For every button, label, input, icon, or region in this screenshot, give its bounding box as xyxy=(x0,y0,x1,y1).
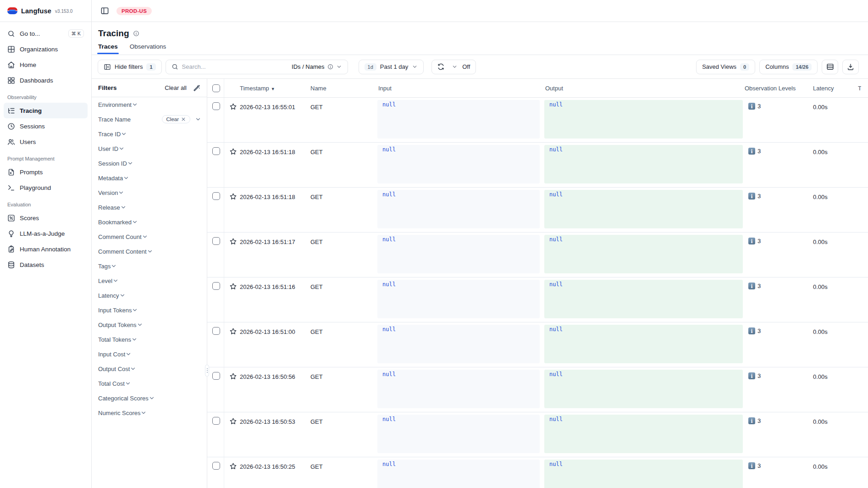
row-checkbox[interactable] xyxy=(212,462,220,470)
filter-row[interactable]: Trace Name Clear xyxy=(92,112,207,127)
column-header-name[interactable]: Name xyxy=(310,85,326,92)
bookmark-star-icon[interactable] xyxy=(229,238,237,245)
row-checkbox[interactable] xyxy=(212,237,220,245)
sidebar-item-playground[interactable]: Playground xyxy=(4,180,88,195)
column-header-input[interactable]: Input xyxy=(378,85,392,92)
sidebar-item-dashboards[interactable]: Dashboards xyxy=(4,72,88,88)
filter-row[interactable]: Comment Count xyxy=(92,229,207,244)
input-cell[interactable]: null xyxy=(377,460,540,488)
row-checkbox[interactable] xyxy=(212,192,220,200)
filter-row[interactable]: Latency xyxy=(92,288,207,303)
input-cell[interactable]: null xyxy=(377,370,540,408)
filter-row[interactable]: Input Tokens xyxy=(92,303,207,317)
row-checkbox[interactable] xyxy=(212,327,220,335)
tab-observations[interactable]: Observations xyxy=(130,43,166,54)
bookmark-star-icon[interactable] xyxy=(229,148,237,155)
filter-row[interactable]: Bookmarked xyxy=(92,215,207,229)
sidebar-item-llm-as-a-judge[interactable]: LLM-as-a-Judge xyxy=(4,226,88,241)
bookmark-star-icon[interactable] xyxy=(229,462,237,470)
hide-filters-button[interactable]: Hide filters 1 xyxy=(98,60,162,74)
column-header-latency[interactable]: Latency xyxy=(813,85,834,92)
sidebar-item-human-annotation[interactable]: Human Annotation xyxy=(4,241,88,257)
bookmark-star-icon[interactable] xyxy=(229,417,237,425)
wand-sparkles-icon[interactable] xyxy=(193,84,200,92)
refresh-icon[interactable] xyxy=(437,63,444,70)
input-cell[interactable]: null xyxy=(377,415,540,453)
sidebar-item-users[interactable]: Users xyxy=(4,134,88,150)
table-row[interactable]: 2026-02-13 16:50:25 GET null null i 3 0.… xyxy=(207,457,868,488)
filter-row[interactable]: Release xyxy=(92,200,207,215)
output-cell[interactable]: null xyxy=(544,100,743,139)
column-header-observation-levels[interactable]: Observation Levels xyxy=(745,85,796,92)
refresh-group[interactable]: Off xyxy=(431,60,476,74)
filter-row[interactable]: Categorical Scores xyxy=(92,391,207,405)
table-row[interactable]: 2026-02-13 16:50:53 GET null null i 3 0.… xyxy=(207,412,868,457)
input-cell[interactable]: null xyxy=(377,190,540,228)
sidebar-toggle-icon[interactable] xyxy=(98,5,111,17)
table-row[interactable]: 2026-02-13 16:51:16 GET null null i 3 0.… xyxy=(207,277,868,322)
row-checkbox[interactable] xyxy=(212,147,220,155)
output-cell[interactable]: null xyxy=(544,280,743,318)
row-checkbox[interactable] xyxy=(212,282,220,290)
input-cell[interactable]: null xyxy=(377,325,540,363)
saved-views-button[interactable]: Saved Views 0 xyxy=(696,60,755,74)
output-cell[interactable]: null xyxy=(544,235,743,273)
column-header-timestamp[interactable]: Timestamp▼ xyxy=(240,85,275,92)
sidebar-item-organizations[interactable]: Organizations xyxy=(4,41,88,57)
filter-row[interactable]: Output Cost xyxy=(92,361,207,376)
bookmark-star-icon[interactable] xyxy=(229,372,237,380)
input-cell[interactable]: null xyxy=(377,280,540,318)
output-cell[interactable]: null xyxy=(544,460,743,488)
export-button[interactable] xyxy=(842,60,859,74)
search-input[interactable]: Search... IDs / Names xyxy=(166,60,348,74)
filter-row[interactable]: Comment Content xyxy=(92,244,207,259)
bookmark-star-icon[interactable] xyxy=(229,283,237,290)
bookmark-star-icon[interactable] xyxy=(229,193,237,200)
table-row[interactable]: 2026-02-13 16:51:00 GET null null i 3 0.… xyxy=(207,322,868,367)
filter-row[interactable]: Tags xyxy=(92,259,207,273)
sidebar-item-sessions[interactable]: Sessions xyxy=(4,118,88,134)
row-checkbox[interactable] xyxy=(212,417,220,425)
environment-badge[interactable]: PROD-US xyxy=(116,7,152,15)
table-row[interactable]: 2026-02-13 16:51:18 GET null null i 3 0.… xyxy=(207,143,868,188)
column-header-output[interactable]: Output xyxy=(545,85,563,92)
row-checkbox[interactable] xyxy=(212,102,220,110)
filter-row[interactable]: Environment xyxy=(92,97,207,112)
time-range-button[interactable]: 1d Past 1 day xyxy=(359,60,424,74)
sidebar-item-prompts[interactable]: Prompts xyxy=(4,164,88,180)
output-cell[interactable]: null xyxy=(544,325,743,363)
row-checkbox[interactable] xyxy=(212,372,220,380)
filter-row[interactable]: Total Tokens xyxy=(92,332,207,347)
filter-row[interactable]: Trace ID xyxy=(92,127,207,141)
filter-row[interactable]: Metadata xyxy=(92,171,207,185)
output-cell[interactable]: null xyxy=(544,415,743,453)
sidebar-item-scores[interactable]: Scores xyxy=(4,210,88,226)
table-row[interactable]: 2026-02-13 16:51:17 GET null null i 3 0.… xyxy=(207,233,868,277)
bookmark-star-icon[interactable] xyxy=(229,327,237,335)
filter-row[interactable]: Numeric Scores xyxy=(92,405,207,420)
sidebar-item-home[interactable]: Home xyxy=(4,57,88,72)
bookmark-star-icon[interactable] xyxy=(229,103,237,111)
filter-row[interactable]: Input Cost xyxy=(92,347,207,361)
search-mode-select[interactable]: IDs / Names xyxy=(292,63,342,70)
sidebar-item-datasets[interactable]: Datasets xyxy=(4,257,88,272)
table-row[interactable]: 2026-02-13 16:50:56 GET null null i 3 0.… xyxy=(207,367,868,412)
table-row[interactable]: 2026-02-13 16:51:18 GET null null i 3 0.… xyxy=(207,188,868,233)
output-cell[interactable]: null xyxy=(544,190,743,228)
info-icon[interactable] xyxy=(133,30,139,37)
input-cell[interactable]: null xyxy=(377,145,540,183)
table-row[interactable]: 2026-02-13 16:55:01 GET null null i 3 0.… xyxy=(207,98,868,143)
input-cell[interactable]: null xyxy=(377,100,540,139)
panel-resize-handle[interactable] xyxy=(205,365,209,377)
row-height-button[interactable] xyxy=(822,60,838,74)
tab-traces[interactable]: Traces xyxy=(98,43,118,54)
filter-row[interactable]: User ID xyxy=(92,141,207,156)
output-cell[interactable]: null xyxy=(544,370,743,408)
filter-row[interactable]: Output Tokens xyxy=(92,317,207,332)
columns-button[interactable]: Columns 14/26 xyxy=(759,60,818,74)
clear-all-filters-button[interactable]: Clear all xyxy=(165,84,187,91)
goto-search[interactable]: Go to... ⌘ K xyxy=(4,26,88,41)
filter-row[interactable]: Total Cost xyxy=(92,376,207,391)
output-cell[interactable]: null xyxy=(544,145,743,183)
filter-row[interactable]: Session ID xyxy=(92,156,207,171)
